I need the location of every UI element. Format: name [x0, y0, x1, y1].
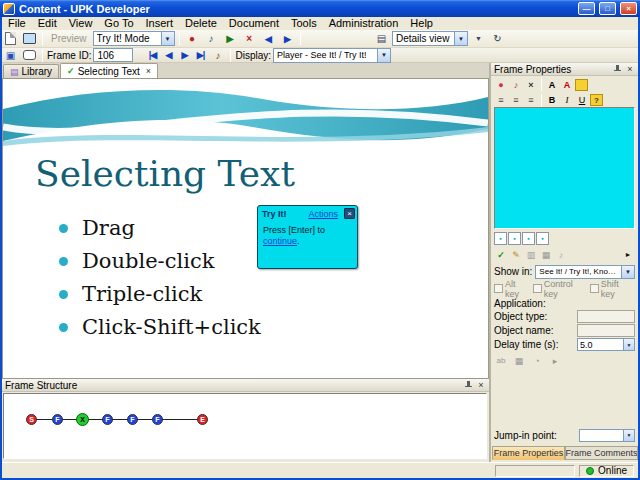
menu-administration[interactable]: Administration	[323, 17, 405, 30]
document-icon[interactable]	[2, 31, 19, 46]
bubble-template-icon-4[interactable]: ▪	[536, 232, 549, 245]
filter-icon[interactable]: ▼	[470, 31, 487, 46]
tab-selecting-text[interactable]: ✓ Selecting Text ×	[60, 63, 158, 78]
record-sound-icon[interactable]: ●	[494, 77, 508, 92]
object-name-row: Object name:	[494, 324, 635, 337]
frame-id-field[interactable]: 106	[93, 48, 133, 62]
tab-frame-properties[interactable]: Frame Properties	[492, 446, 565, 460]
insert-before-icon[interactable]: ◀	[260, 31, 277, 46]
expand-arrow-icon[interactable]: ►	[621, 247, 635, 262]
pin-icon[interactable]	[613, 64, 622, 74]
tab-library[interactable]: ▤ Library	[3, 64, 59, 78]
last-frame-button[interactable]: ▶|	[193, 48, 207, 63]
italic-button[interactable]: I	[560, 93, 574, 108]
view-mode-dropdown[interactable]: Details view ▼	[392, 31, 468, 46]
align-right-icon[interactable]: ≡	[524, 93, 538, 108]
delay-time-field[interactable]: 5.0 ▼	[577, 338, 635, 351]
refresh-icon[interactable]: ↻	[489, 31, 506, 46]
sound-muted-icon[interactable]: ♪	[554, 247, 568, 262]
frame-properties-panel: Frame Properties × ● ♪ × A A ≡ ≡ ≡ B I U…	[489, 63, 638, 462]
menu-edit[interactable]: Edit	[32, 17, 63, 30]
insert-after-icon[interactable]: ▶	[279, 31, 296, 46]
tryit-bubble-header[interactable]: Try It! Actions ×	[258, 206, 357, 219]
show-in-dropdown[interactable]: See It! / Try It!, Know It!... ▼	[535, 265, 635, 279]
preview-button[interactable]: Preview	[47, 33, 91, 44]
duplicate-icon[interactable]: ▥	[524, 247, 538, 262]
pin-icon[interactable]	[464, 380, 473, 390]
minimize-button[interactable]: —	[578, 2, 595, 15]
menu-delete[interactable]: Delete	[179, 17, 223, 30]
details-view-icon[interactable]: ▤	[373, 31, 390, 46]
maximize-button[interactable]: □	[599, 2, 616, 15]
text-entry-icon[interactable]: ab	[494, 353, 508, 368]
close-icon[interactable]: ×	[344, 208, 355, 219]
close-panel-icon[interactable]: ×	[476, 380, 486, 390]
bubble-template-icon-3[interactable]: ▪	[522, 232, 535, 245]
highlight-icon[interactable]	[575, 79, 588, 91]
actions-link[interactable]: Actions	[308, 209, 338, 219]
format-toolbar: ≡ ≡ ≡ B I U ?	[494, 93, 635, 107]
object-name-field	[577, 324, 635, 337]
play-mode-dropdown[interactable]: Try It! Mode ▼	[93, 31, 175, 46]
previous-frame-button[interactable]: ◀	[161, 48, 175, 63]
record-icon[interactable]: ●	[184, 31, 201, 46]
grid-icon[interactable]: ▦	[512, 353, 526, 368]
confirm-icon[interactable]: ✓	[494, 247, 508, 262]
bold-button[interactable]: B	[545, 93, 559, 108]
frame-node[interactable]: F	[127, 414, 138, 425]
display-mode-dropdown[interactable]: Player - See It! / Try It! ▼	[273, 48, 391, 63]
menu-goto[interactable]: Go To	[98, 17, 139, 30]
jump-in-field[interactable]: ▼	[579, 429, 635, 442]
close-panel-icon[interactable]: ×	[625, 64, 635, 74]
frame-node[interactable]: F	[152, 414, 163, 425]
menu-tools[interactable]: Tools	[285, 17, 323, 30]
align-left-icon[interactable]: ≡	[494, 93, 508, 108]
frame-option-icons: ab ▦ ◔ ▸	[494, 354, 635, 367]
layers-icon[interactable]: ▣	[2, 48, 19, 63]
frame-node-selected[interactable]: X	[76, 413, 89, 426]
status-panel	[495, 465, 575, 477]
delete-frame-icon[interactable]: ×	[241, 31, 258, 46]
bubble-text-editor[interactable]	[494, 107, 635, 229]
next-frame-button[interactable]: ▶	[177, 48, 191, 63]
continue-link[interactable]: continue	[263, 236, 297, 246]
clock-icon[interactable]: ◔	[530, 353, 544, 368]
slide-canvas[interactable]: Selecting Text Drag Double-click Triple-…	[2, 78, 489, 379]
menu-file[interactable]: File	[2, 17, 32, 30]
online-dot-icon	[586, 467, 594, 475]
audio-icon[interactable]: ♪	[209, 48, 226, 63]
menu-document[interactable]: Document	[223, 17, 285, 30]
frame-node[interactable]: F	[102, 414, 113, 425]
menu-view[interactable]: View	[63, 17, 99, 30]
close-button[interactable]: ×	[620, 2, 637, 15]
underline-button[interactable]: U	[575, 93, 589, 108]
bubble-template-icon-2[interactable]: ▪	[508, 232, 521, 245]
delete-sound-icon[interactable]: ×	[524, 77, 538, 92]
shift-key-checkbox: Shift key	[590, 279, 635, 299]
edit-pencil-icon[interactable]: ✎	[509, 247, 523, 262]
advance-icon[interactable]: ▸	[548, 353, 562, 368]
object-type-field	[577, 310, 635, 323]
frame-node-start[interactable]: S	[26, 414, 37, 425]
first-frame-button[interactable]: |◀	[145, 48, 159, 63]
frame-node[interactable]: F	[52, 414, 63, 425]
frame-node-end[interactable]: E	[197, 414, 208, 425]
application-row: Application:	[494, 297, 635, 309]
font-icon[interactable]: A	[545, 77, 559, 92]
player-preview-icon[interactable]	[21, 31, 38, 46]
play-icon[interactable]: ▶	[222, 31, 239, 46]
bubble-icon[interactable]	[21, 48, 38, 63]
menu-insert[interactable]: Insert	[140, 17, 180, 30]
grid-icon[interactable]: ▦	[539, 247, 553, 262]
frame-id-label: Frame ID:	[47, 50, 91, 61]
tab-frame-comments[interactable]: Frame Comments	[565, 446, 638, 460]
help-icon[interactable]: ?	[590, 94, 603, 106]
frame-structure-graph[interactable]: S F X F F F E	[3, 393, 487, 459]
sound-icon[interactable]: ♪	[203, 31, 220, 46]
sound-icon[interactable]: ♪	[509, 77, 523, 92]
bubble-template-icon-1[interactable]: ▪	[494, 232, 507, 245]
close-tab-icon[interactable]: ×	[146, 66, 151, 76]
align-center-icon[interactable]: ≡	[509, 93, 523, 108]
font-color-icon[interactable]: A	[560, 77, 574, 92]
menu-help[interactable]: Help	[404, 17, 439, 30]
